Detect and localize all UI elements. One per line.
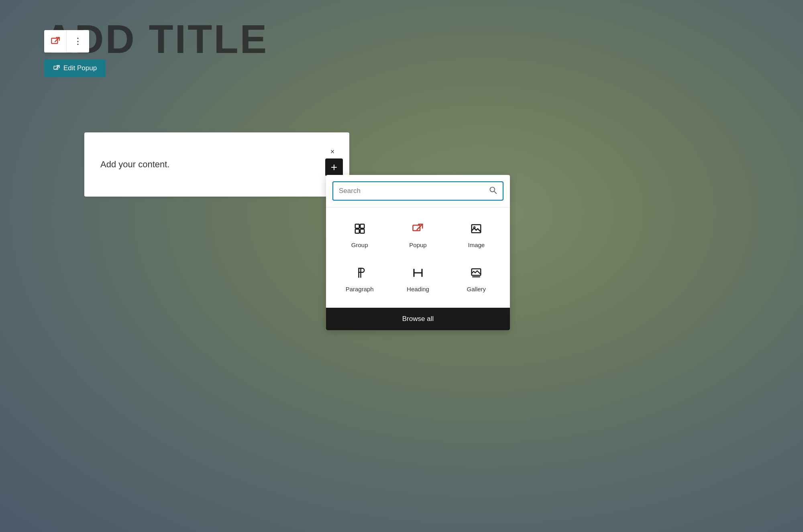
search-container — [326, 175, 510, 207]
group-label: Group — [351, 242, 368, 248]
close-button[interactable]: × — [325, 144, 340, 159]
block-item-group[interactable]: Group — [332, 215, 387, 256]
search-input[interactable] — [339, 187, 485, 195]
content-block: Add your content. — [84, 132, 349, 197]
block-inserter-panel: Group Popup — [326, 175, 510, 330]
popup-link-icon — [50, 36, 61, 47]
image-label: Image — [468, 242, 485, 248]
edit-popup-button[interactable]: Edit Popup — [44, 59, 106, 77]
add-block-button[interactable]: + — [325, 158, 343, 176]
popup-link-toolbar-button[interactable] — [44, 30, 67, 53]
block-item-popup[interactable]: Popup — [391, 215, 445, 256]
paragraph-label: Paragraph — [346, 286, 374, 292]
gallery-label: Gallery — [467, 286, 486, 292]
plus-icon: + — [331, 161, 337, 174]
gallery-icon — [470, 267, 482, 282]
image-icon — [470, 223, 482, 238]
canvas-area: ADD TITLE ⋮ Edit Popup Add your content.… — [0, 0, 803, 532]
options-icon: ⋮ — [73, 36, 83, 47]
edit-popup-label: Edit Popup — [63, 64, 97, 72]
svg-rect-4 — [360, 224, 364, 228]
block-item-heading[interactable]: Heading — [391, 260, 445, 300]
heading-label: Heading — [407, 286, 429, 292]
popup-icon — [412, 223, 424, 238]
content-placeholder-text: Add your content. — [100, 159, 169, 170]
search-icon — [489, 186, 497, 196]
block-item-image[interactable]: Image — [449, 215, 503, 256]
external-link-icon — [53, 65, 60, 72]
options-toolbar-button[interactable]: ⋮ — [67, 30, 89, 53]
block-item-gallery[interactable]: Gallery — [449, 260, 503, 300]
paragraph-icon — [354, 267, 366, 282]
svg-point-2 — [490, 187, 495, 192]
popup-label: Popup — [409, 242, 426, 248]
svg-rect-5 — [355, 229, 359, 233]
svg-rect-3 — [355, 224, 359, 228]
search-input-wrapper — [332, 181, 503, 201]
browse-all-button[interactable]: Browse all — [326, 308, 510, 330]
svg-rect-6 — [360, 229, 364, 233]
block-item-paragraph[interactable]: Paragraph — [332, 260, 387, 300]
svg-rect-0 — [51, 38, 57, 43]
close-icon: × — [330, 148, 335, 156]
block-toolbar: ⋮ — [44, 30, 89, 53]
block-grid: Group Popup — [326, 207, 510, 308]
heading-icon — [412, 267, 424, 282]
group-icon — [354, 223, 366, 238]
